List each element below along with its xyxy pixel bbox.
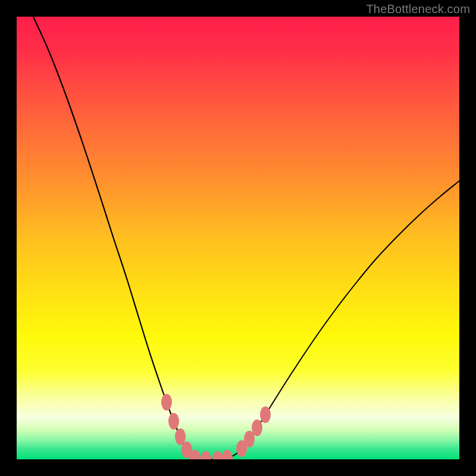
watermark-text: TheBottleneck.com — [366, 2, 470, 16]
gradient-background — [17, 17, 459, 459]
chart-svg — [17, 17, 459, 459]
overlay-dot-left-2 — [175, 428, 186, 445]
overlay-dot-left-0 — [161, 394, 172, 411]
plot-area — [17, 17, 459, 459]
overlay-dot-right-3 — [260, 406, 271, 423]
chart-frame: TheBottleneck.com — [0, 0, 476, 476]
overlay-dot-left-1 — [168, 413, 179, 430]
overlay-dot-right-2 — [252, 419, 262, 436]
